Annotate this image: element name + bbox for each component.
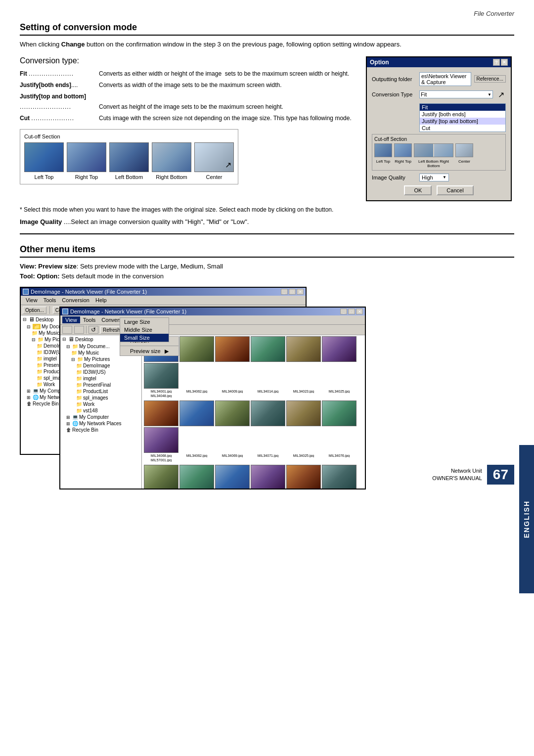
dropdown-item-fit[interactable]: Fit xyxy=(420,104,505,111)
inner-menu-tools[interactable]: Tools xyxy=(80,316,99,323)
cutoff-img-left-top[interactable] xyxy=(24,142,64,172)
inner-window-titlebar: DemoImage - Network Viewer (File Convert… xyxy=(60,308,365,315)
outputting-folder-label: Outputting folder xyxy=(372,76,416,82)
thumb-mil34009[interactable] xyxy=(215,336,250,362)
cutoff-img-left-bottom[interactable] xyxy=(109,142,149,172)
thumb-mil34076[interactable] xyxy=(322,400,356,426)
thumb-mil57038[interactable] xyxy=(286,465,321,489)
submenu-middle[interactable]: Middle Size xyxy=(120,326,169,334)
inner-tree-mycomputer[interactable]: ⊞ 💻 My Computer xyxy=(60,414,141,420)
inner-tree-imgtel[interactable]: 📁imgtel xyxy=(60,375,141,382)
cut-thumb-lt[interactable] xyxy=(374,143,392,157)
dropdown-item-justify-tb[interactable]: Justify [top and bottom] xyxy=(420,118,505,125)
thumb-mil34014[interactable] xyxy=(251,336,285,362)
toolbar-refresh-icon[interactable]: ↺ xyxy=(89,326,98,334)
thumb-mil34023[interactable] xyxy=(286,336,321,362)
thumb-mil34068[interactable] xyxy=(144,400,178,426)
menu-dd-sep xyxy=(120,346,178,346)
thumb-mil34069[interactable] xyxy=(215,400,250,426)
inner-tree-splimages[interactable]: 📁spl_images xyxy=(60,395,141,401)
inner-window-title: DemoImage - Network Viewer (File Convert… xyxy=(70,309,186,314)
thumb-names-row2: MIL34068.jpg MIL34062.jpg MIL34069.jpg M… xyxy=(142,454,365,464)
ok-button[interactable]: OK xyxy=(404,185,432,195)
cutoff-section-large: Cut-off Section xyxy=(20,129,238,184)
inner-tree-demoimage[interactable]: 📁DemoImage xyxy=(60,362,141,369)
conv-item-justify-tb: ........................ Convert as heig… xyxy=(20,102,356,112)
inner-tree-vst48[interactable]: 📁vst148 xyxy=(60,407,141,414)
cut-thumb-rt[interactable] xyxy=(394,143,412,157)
resize-handle[interactable]: ↗ xyxy=(496,90,506,99)
thumb-mil57045[interactable] xyxy=(322,465,356,489)
inner-tree-id3w[interactable]: 📁ID3W(US) xyxy=(60,369,141,375)
menu-dd-preview-size[interactable]: Preview size ▶ xyxy=(120,347,178,356)
cut-off-section-label-small: Cut-off Section xyxy=(374,136,503,142)
english-label: ENGLISH xyxy=(523,500,531,538)
section1-intro: When clicking Change button on the confi… xyxy=(20,40,514,49)
main-win-minimize[interactable]: _ xyxy=(281,289,288,295)
thumb-mil34062[interactable] xyxy=(179,336,214,362)
inner-tree-mypictures[interactable]: ⊟ 📁 My Pictures xyxy=(60,356,141,362)
tname-9: MIL34062.jpg xyxy=(179,454,214,457)
option-dialog-close-btn[interactable]: ✕ xyxy=(501,59,508,66)
cutoff-img-right-top[interactable] xyxy=(67,142,106,172)
thumb-mil57001[interactable] xyxy=(144,427,178,453)
main-window-titlebar: DemoImage - Network Viewer (File Convert… xyxy=(21,288,306,296)
thumb-mil57035[interactable] xyxy=(251,465,285,489)
conv-item-justify-both: Justify[both ends].... Converts as width… xyxy=(20,81,356,90)
submenu-small[interactable]: Small Size xyxy=(120,334,169,342)
main-win-close[interactable]: ✕ xyxy=(297,289,304,295)
tname-1: MIL34001.jpg xyxy=(144,390,178,393)
cutoff-img-center[interactable]: ↗ xyxy=(194,142,234,172)
cancel-button[interactable]: Cancel xyxy=(437,185,473,195)
file-row-2 xyxy=(142,400,365,454)
inner-tree-recyclebin[interactable]: 🗑 Recycle Bin xyxy=(60,427,141,433)
conversion-type-title: Conversion type: xyxy=(20,56,356,65)
dropdown-item-cut[interactable]: Cut xyxy=(420,125,505,132)
thumb-mil34025[interactable] xyxy=(322,336,356,362)
thumb-mil57002[interactable] xyxy=(144,465,178,489)
inner-win-menubar: View Tools Conversion Help xyxy=(60,315,365,325)
image-quality-select[interactable]: High ▼ xyxy=(419,174,449,181)
tname-3: MIL34009.jpg xyxy=(215,390,250,393)
thumb-mil34025b[interactable] xyxy=(286,400,321,426)
inner-win-maximize[interactable]: □ xyxy=(348,309,355,314)
inner-tree-presentfinal[interactable]: 📁PresentFinal xyxy=(60,382,141,388)
outputting-folder-value[interactable]: es\Network Viewer & Capture xyxy=(419,72,471,86)
cut-thumb-lr[interactable] xyxy=(414,143,453,157)
main-menu-tools[interactable]: Tools xyxy=(41,297,59,304)
inner-tree-mynetwork[interactable]: ⊞ 🌐 My Network Places xyxy=(60,420,141,427)
main-menu-help[interactable]: Help xyxy=(92,297,110,304)
section2-title: Other menu items xyxy=(20,244,514,258)
main-menu-view[interactable]: View xyxy=(23,297,41,304)
section-divider xyxy=(20,233,514,234)
page-number: 67 xyxy=(487,465,514,485)
reference-button[interactable]: Reference... xyxy=(474,75,506,83)
inner-menu-view[interactable]: View xyxy=(62,316,80,323)
thumb-mil34071[interactable] xyxy=(251,400,285,426)
conv-item-justify-tb-label: Justify[top and bottom] xyxy=(20,92,356,101)
footer-line2: OWNER'S MANUAL xyxy=(432,475,482,482)
thumb-mil57029[interactable] xyxy=(215,465,250,489)
file-row-3 xyxy=(142,464,365,489)
tname-5: MIL34023.jpg xyxy=(286,390,321,393)
cut-thumb-center[interactable] xyxy=(455,143,473,157)
thumb-mil34062b[interactable] xyxy=(179,400,214,426)
toolbar-icon2 xyxy=(74,326,84,334)
cutoff-img-right-bottom[interactable] xyxy=(152,142,191,172)
select-note: * Select this mode when you want to have… xyxy=(20,206,514,213)
main-win-maximize[interactable]: □ xyxy=(289,289,296,295)
inner-tree-productlist[interactable]: 📁ProductList xyxy=(60,388,141,395)
conversion-type-select[interactable]: Fit ▼ xyxy=(419,90,493,98)
thumb-mil34048[interactable] xyxy=(144,363,178,389)
inner-win-close[interactable]: ✕ xyxy=(356,309,363,314)
toolbar-option[interactable]: Option... xyxy=(23,307,46,314)
submenu-large[interactable]: Large Size xyxy=(120,318,169,326)
inner-win-minimize[interactable]: _ xyxy=(340,309,347,314)
section2-intro: View: Preview size: Sets preview mode wi… xyxy=(20,262,514,282)
option-dialog-help-btn[interactable]: ? xyxy=(493,59,500,66)
inner-tree-work[interactable]: 📁Work xyxy=(60,401,141,407)
thumb-mil57014[interactable] xyxy=(179,465,214,489)
main-menu-conversion[interactable]: Conversion xyxy=(59,297,92,304)
toolbar-icon1 xyxy=(62,326,72,334)
dropdown-item-justify-both[interactable]: Justify [both ends] xyxy=(420,111,505,118)
